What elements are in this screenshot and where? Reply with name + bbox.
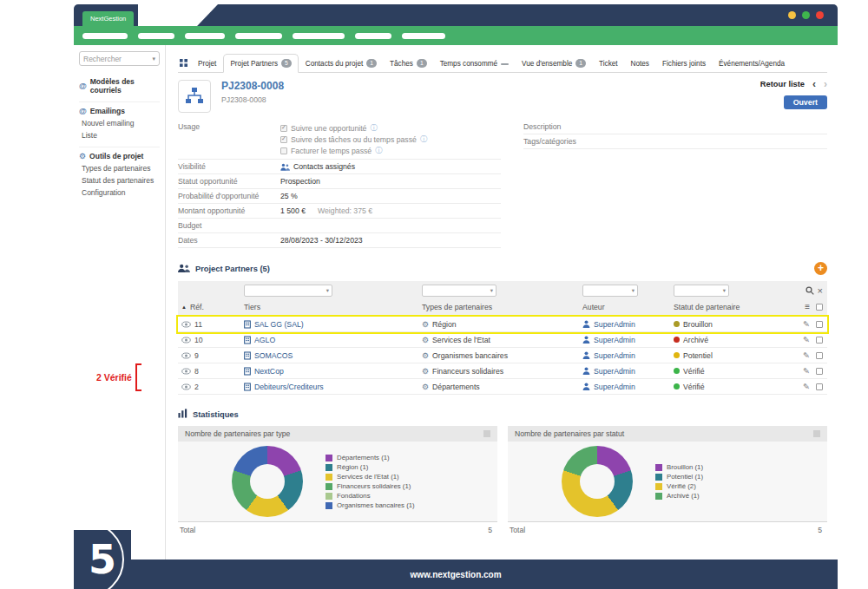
column-header-tiers[interactable]: Tiers [240,303,418,311]
usage-option-label: Facturer le temps passé [291,147,372,155]
brand-tab[interactable]: NextGestion [82,11,134,26]
search-placeholder: Rechercher [83,55,122,63]
partner-row-9[interactable]: 9SOMACOS⚙Organismes bancairesSuperAdminP… [178,348,827,363]
prev-record-icon[interactable]: ‹ [812,80,816,88]
edit-icon[interactable]: ✎ [803,319,810,329]
filter-type-select[interactable]: ▾ [422,285,496,297]
list-view-icon[interactable]: ≡ [805,302,810,311]
row-checkbox[interactable] [816,368,823,375]
select-all-checkbox[interactable] [816,304,823,311]
partner-tiers-link[interactable]: Debiteurs/Crediteurs [254,383,324,391]
tab-taches[interactable]: Tâches1 [384,55,433,72]
legend-label: Fondations [337,492,371,500]
sidebar-search-select[interactable]: Rechercher ▾ [79,51,160,66]
column-header-statut-de-partenaire[interactable]: Statut de partenaire [670,303,783,311]
sidebar-item-emailings[interactable]: @Emailings [79,107,160,115]
slide-arc-decoration [74,530,124,589]
maximize-dot[interactable] [802,11,810,19]
eye-icon[interactable] [181,368,191,375]
next-record-icon[interactable]: › [824,80,827,88]
legend-label: Vérifié (2) [667,482,696,490]
partner-row-11[interactable]: 11SAL GG (SAL)⚙RégionSuperAdminBrouillon… [178,317,827,332]
panel-menu-icon[interactable] [483,430,490,437]
field-value: Contacts assignés [280,162,501,171]
partner-author-link[interactable]: SuperAdmin [594,383,635,391]
partner-tiers-link[interactable]: SOMACOS [254,351,293,360]
sidebar-item-types-de-partenaires[interactable]: Types de partenaires [79,162,160,174]
sidebar-item-modeles-des-courriels[interactable]: @Modèles des courriels [79,77,160,95]
legend-swatch [655,493,662,500]
legend-item: Financeurs solidaires (1) [326,482,415,490]
tab-projet[interactable]: Projet [192,56,222,72]
total-value: 5 [818,526,822,534]
tab-temps-consomme[interactable]: Temps consommé [434,56,515,72]
filter-auteur-select[interactable]: ▾ [582,285,638,297]
back-to-list-link[interactable]: Retour liste [760,80,805,88]
sidebar-item-configuration[interactable]: Configuration [79,187,160,199]
tab-vue-d-ensemble[interactable]: Vue d'ensemble1 [516,55,592,72]
partner-tiers-link[interactable]: NextCop [254,367,284,376]
partner-author-link[interactable]: SuperAdmin [594,351,635,360]
edit-icon[interactable]: ✎ [803,335,810,344]
minimize-dot[interactable] [788,11,796,19]
sidebar-item-nouvel-emailing[interactable]: Nouvel emailing [79,117,160,129]
column-header-ref[interactable]: ▲Réf. [178,303,240,311]
partner-tiers-link[interactable]: AGLO [254,336,275,344]
tab-projet-partners[interactable]: Projet Partners5 [223,54,298,73]
close-dot[interactable] [816,11,824,19]
eye-icon[interactable] [181,383,191,390]
column-header-auteur[interactable]: Auteur [579,303,670,311]
eye-icon[interactable] [181,337,191,344]
partner-row-10[interactable]: 10AGLO⚙Services de l'EtatSuperAdminArchi… [178,332,827,348]
legend-swatch [326,483,332,490]
sidebar-item-liste[interactable]: Liste [79,129,160,141]
eye-icon[interactable] [181,352,191,359]
partner-author-link[interactable]: SuperAdmin [594,367,635,376]
field-label: Montant opportunité [178,206,280,215]
field-value: 28/08/2023 - 30/12/2023 [280,236,501,245]
panel-menu-icon[interactable] [813,430,820,437]
column-header-types-de-partenaires[interactable]: Types de partenaires [418,303,579,311]
edit-icon[interactable]: ✎ [803,350,810,360]
partner-row-8[interactable]: 8NextCop⚙Financeurs solidairesSuperAdmin… [178,363,827,379]
tab-fichiers-joints[interactable]: Fichiers joints [656,56,712,72]
tab-ticket[interactable]: Ticket [593,56,624,72]
status-dot [674,352,680,358]
row-checkbox[interactable] [816,383,823,390]
sidebar-item-statut-des-partenaires[interactable]: Statut des partenaires [79,174,160,187]
redacted-menu-item[interactable] [138,33,174,39]
tab-notes[interactable]: Notes [625,56,655,72]
partner-row-2[interactable]: 2Debiteurs/Crediteurs⚙DépartementsSuperA… [178,379,827,395]
user-icon [582,367,590,375]
eye-icon[interactable] [181,321,191,328]
checkbox[interactable] [280,147,287,154]
checkbox[interactable] [280,125,287,132]
edit-icon[interactable]: ✎ [803,382,810,391]
tab-contacts-du-projet[interactable]: Contacts du projet1 [299,55,383,72]
project-subref: PJ2308-0008 [221,95,284,104]
checkbox[interactable] [280,136,287,143]
main-panel: ProjetProjet Partners5Contacts du projet… [166,45,838,560]
filter-statut-select[interactable]: ▾ [674,285,729,297]
redacted-menu-item[interactable] [235,33,282,39]
partner-author-link[interactable]: SuperAdmin [594,336,635,344]
redacted-menu-item[interactable] [185,33,225,39]
sidebar-item-outils-de-projet[interactable]: ⚙Outils de projet [79,152,160,160]
partner-tiers-link[interactable]: SAL GG (SAL) [254,320,304,329]
redacted-menu-item[interactable] [402,33,445,39]
filter-tiers-select[interactable]: ▾ [244,285,332,297]
partner-author-link[interactable]: SuperAdmin [594,320,635,329]
add-partner-button[interactable]: + [814,262,827,275]
edit-icon[interactable]: ✎ [803,366,810,376]
row-checkbox[interactable] [816,352,823,359]
redacted-menu-item[interactable] [82,33,128,39]
search-icon[interactable] [806,286,814,295]
redacted-menu-item[interactable] [293,33,345,39]
redacted-menu-item[interactable] [355,33,391,39]
row-checkbox[interactable] [816,321,823,328]
tab-evenements-agenda[interactable]: Événements/Agenda [713,56,791,72]
status-badge[interactable]: Ouvert [784,95,827,109]
row-checkbox[interactable] [816,337,823,344]
table-header-row: ▲Réf.TiersTypes de partenairesAuteurStat… [178,299,827,317]
clear-filters-icon[interactable]: × [818,287,823,295]
